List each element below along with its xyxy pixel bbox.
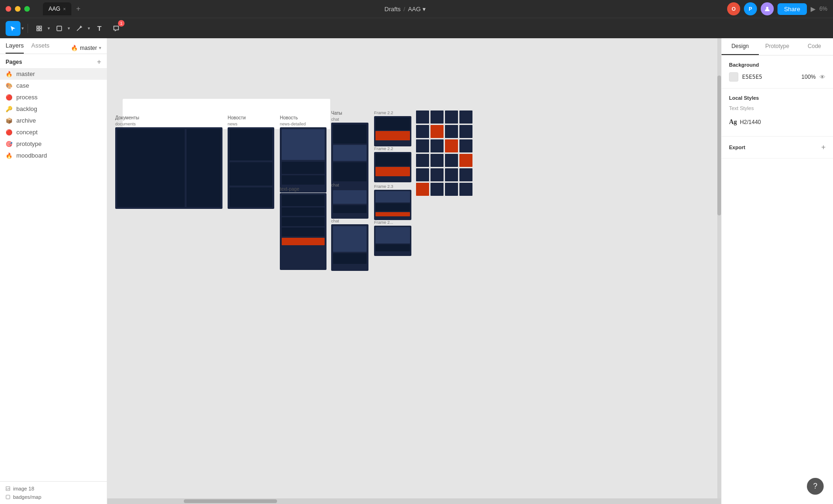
page-case[interactable]: 🎨 case <box>0 80 107 91</box>
shape-tool[interactable] <box>52 21 67 36</box>
toolbar: ▾ ▾ ▾ ▾ T 1 <box>0 18 833 38</box>
page-process[interactable]: 🔴 process <box>0 91 107 103</box>
local-styles-section: Local Styles Text Styles Ag H2/1440 <box>722 89 833 137</box>
add-page-button[interactable]: + <box>97 58 101 66</box>
tab-layers[interactable]: Layers <box>6 42 24 54</box>
frame-chat2-label: chat <box>331 183 368 187</box>
breadcrumb-page-name: AAG <box>408 6 421 13</box>
tab-close-icon[interactable]: × <box>63 7 66 12</box>
export-row: Export + <box>729 143 826 152</box>
page-moodboard[interactable]: 🔥 moodboard <box>0 150 107 161</box>
frame24-label: Frame 2... <box>374 220 411 225</box>
frame-chat3[interactable]: chat <box>331 219 368 271</box>
page-icon-moodboard: 🔥 <box>6 152 13 159</box>
background-opacity: 100% <box>801 74 816 80</box>
export-title: Export <box>729 145 745 150</box>
window-controls <box>6 6 30 12</box>
breadcrumb-drafts: Drafts <box>384 6 401 13</box>
background-section: Background E5E5E5 100% 👁 <box>722 55 833 89</box>
frame-chat-content <box>331 123 368 190</box>
canvas[interactable]: Документы documents Новости news Новость… <box>107 38 721 504</box>
frame-documents[interactable]: Документы documents <box>115 115 222 209</box>
pen-chevron: ▾ <box>88 26 90 31</box>
text-tool[interactable]: T <box>92 21 107 36</box>
select-chevron: ▾ <box>21 26 24 31</box>
page-label-prototype: prototype <box>16 140 42 147</box>
layer-label-badgesmap: badges/map <box>13 494 42 500</box>
tab-design[interactable]: Design <box>722 38 759 55</box>
frame-chat3-label: chat <box>331 219 368 223</box>
tab-code[interactable]: Code <box>796 38 833 55</box>
share-button[interactable]: Share <box>777 3 807 15</box>
visibility-icon[interactable]: 👁 <box>819 74 826 81</box>
frame-news-detailed-content <box>280 127 326 193</box>
frame-23[interactable]: Frame 2.3 <box>374 184 411 220</box>
frame-tool[interactable] <box>32 21 47 36</box>
avatar-user <box>761 2 774 15</box>
frame-chat2[interactable]: chat <box>331 183 368 219</box>
page-prototype[interactable]: 🎯 prototype <box>0 138 107 150</box>
page-master[interactable]: 🔥 master <box>0 68 107 80</box>
layers-spacer <box>0 161 107 481</box>
frame-news-label-en: news <box>228 122 274 126</box>
select-tool[interactable] <box>6 21 21 36</box>
frame-chat-group[interactable]: Чаты chat <box>331 110 368 190</box>
page-backlog[interactable]: 🔑 backlog <box>0 103 107 115</box>
frame-text-page[interactable]: text-page <box>280 186 326 270</box>
tab-prototype[interactable]: Prototype <box>759 38 796 55</box>
background-color-swatch[interactable] <box>729 72 738 82</box>
page-icon-master: 🔥 <box>6 71 13 77</box>
tool-group-frame: ▾ <box>32 21 50 36</box>
local-styles-title: Local Styles <box>729 95 826 101</box>
frame-grid-group[interactable] <box>416 110 472 196</box>
frame-news-detailed[interactable]: Новость news-detailed <box>280 115 326 193</box>
left-panel-tabs: Layers Assets 🔥 master ▾ <box>0 38 107 54</box>
frame-22-group[interactable]: Frame 2.2 <box>374 110 411 146</box>
frame-news[interactable]: Новости news <box>228 115 274 209</box>
page-label-case: case <box>16 82 29 89</box>
scrollbar-thumb-horizontal[interactable] <box>184 499 277 503</box>
frame-22-content <box>374 116 411 146</box>
tab-aag[interactable]: AAG × <box>43 2 71 15</box>
comment-badge: 1 <box>118 20 125 27</box>
add-export-button[interactable]: + <box>821 143 826 152</box>
layer-image18[interactable]: image 18 <box>6 484 101 493</box>
pen-tool[interactable] <box>72 21 87 36</box>
new-tab-button[interactable]: + <box>73 5 83 13</box>
chevron-down-icon: ▾ <box>423 6 426 13</box>
play-button[interactable]: ▶ <box>811 5 816 13</box>
frame-24[interactable]: Frame 2... <box>374 220 411 256</box>
title-breadcrumb: Drafts / AAG ▾ <box>89 6 722 13</box>
page-icon-process: 🔴 <box>6 94 13 101</box>
master-tag: 🔥 master ▾ <box>71 45 101 51</box>
frame-news-label-ru: Новости <box>228 115 274 120</box>
frame22-label: Frame 2.2 <box>374 110 411 115</box>
maximize-button[interactable] <box>24 6 30 12</box>
page-archive[interactable]: 📦 archive <box>0 115 107 126</box>
style-h2-1440[interactable]: Ag H2/1440 <box>729 115 826 130</box>
svg-rect-5 <box>57 26 62 31</box>
frame-documents-content <box>115 127 222 209</box>
help-button[interactable]: ? <box>807 478 824 495</box>
pages-list: 🔥 master 🎨 case 🔴 process 🔑 backlog 📦 ar… <box>0 68 107 161</box>
frame-23-content <box>374 190 411 220</box>
minimize-button[interactable] <box>15 6 21 12</box>
breadcrumb-page[interactable]: AAG ▾ <box>408 6 426 13</box>
right-panel-tabs: Design Prototype Code <box>722 38 833 55</box>
layer-badgesmap[interactable]: badges/map <box>6 493 101 501</box>
scrollbar-thumb-vertical[interactable] <box>717 76 721 215</box>
master-chevron[interactable]: ▾ <box>99 45 101 50</box>
background-color-value: E5E5E5 <box>742 74 798 80</box>
frame-24-content <box>374 226 411 256</box>
frame-textpage-label-en: text-page <box>280 186 326 192</box>
canvas-scrollbar-vertical[interactable] <box>717 38 721 498</box>
svg-rect-4 <box>40 29 42 31</box>
close-button[interactable] <box>6 6 11 12</box>
tab-assets[interactable]: Assets <box>31 42 49 54</box>
canvas-scrollbar-horizontal[interactable] <box>107 498 721 504</box>
tool-group-select: ▾ <box>6 21 24 36</box>
page-concept[interactable]: 🔴 concept <box>0 126 107 138</box>
comment-tool-wrapper: 1 <box>109 21 124 36</box>
frame-22b[interactable]: Frame 2.2 <box>374 146 411 182</box>
frame-chat-label-en: chat <box>331 117 368 122</box>
